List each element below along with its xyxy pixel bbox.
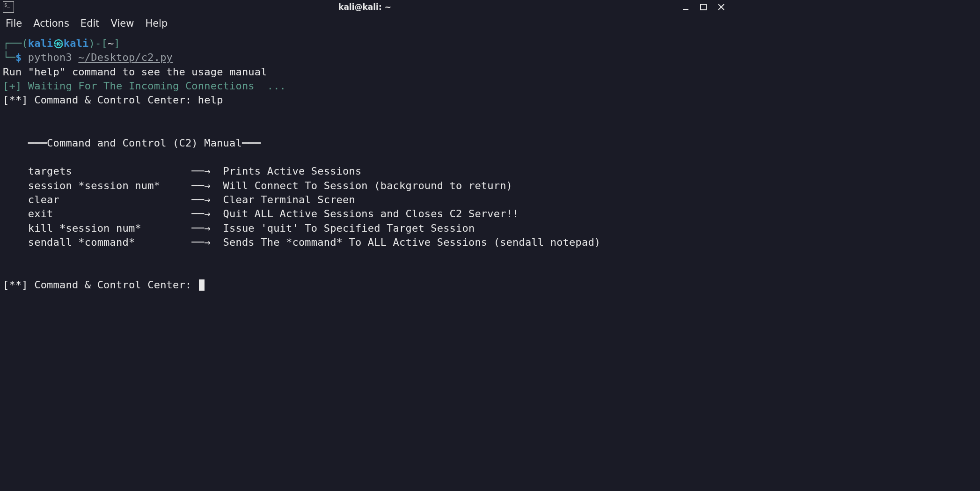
menu-file[interactable]: File — [6, 18, 22, 29]
manual-sendall: sendall *command* ──→ Sends The *command… — [3, 236, 600, 248]
output-c2-help-line: [**] Command & Control Center: help — [3, 94, 223, 106]
prompt-separator-icon: ㉿ — [53, 37, 64, 49]
prompt-dollar: $ — [15, 51, 22, 63]
prompt-user: kali — [28, 37, 53, 49]
prompt-path: ~ — [108, 37, 114, 49]
prompt-bracket-end: ] — [114, 37, 120, 49]
prompt-corner-bottom: └─ — [3, 51, 15, 63]
output-help-line: Run "help" command to see the usage manu… — [3, 66, 267, 78]
close-button[interactable] — [717, 2, 726, 12]
output-waiting-line: [+] Waiting For The Incoming Connections… — [3, 80, 286, 92]
window-title: kali@kali: ~ — [338, 2, 391, 12]
menu-bar: File Actions Edit View Help — [0, 14, 730, 33]
terminal-cursor — [199, 279, 205, 291]
terminal-output[interactable]: ┌──(kali㉿kali)-[~] └─$ python3 ~/Desktop… — [0, 33, 730, 296]
maximize-button[interactable] — [699, 2, 708, 12]
svg-rect-1 — [701, 4, 706, 10]
window-controls — [681, 2, 726, 12]
manual-kill: kill *session num* ──→ Issue 'quit' To S… — [3, 222, 475, 234]
menu-help[interactable]: Help — [145, 18, 168, 29]
window-titlebar: $_ kali@kali: ~ — [0, 0, 730, 14]
menu-actions[interactable]: Actions — [33, 18, 69, 29]
manual-targets: targets ──→ Prints Active Sessions — [3, 165, 361, 177]
prompt-host: kali — [64, 37, 89, 49]
menu-edit[interactable]: Edit — [80, 18, 100, 29]
c2-prompt: [**] Command & Control Center: — [3, 279, 198, 291]
minimize-button[interactable] — [681, 2, 690, 12]
menu-view[interactable]: View — [111, 18, 134, 29]
terminal-icon: $_ — [3, 1, 14, 13]
command-path: ~/Desktop/c2.py — [78, 51, 173, 63]
manual-header: ═══Command and Control (C2) Manual═══ — [3, 137, 261, 149]
prompt-corner-top: ┌──( — [3, 37, 28, 49]
manual-session: session *session num* ──→ Will Connect T… — [3, 180, 512, 191]
manual-clear: clear ──→ Clear Terminal Screen — [3, 194, 355, 205]
terminal-icon-glyph: $_ — [4, 2, 10, 7]
manual-exit: exit ──→ Quit ALL Active Sessions and Cl… — [3, 208, 519, 220]
prompt-close-paren: )-[ — [89, 37, 108, 49]
command-interpreter: python3 — [22, 51, 78, 63]
